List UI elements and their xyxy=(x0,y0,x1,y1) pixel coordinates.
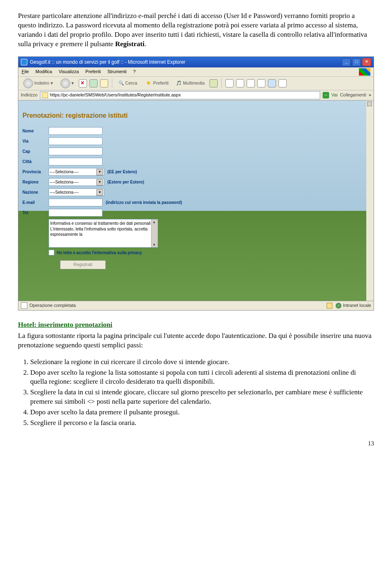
edit-icon[interactable] xyxy=(247,79,255,87)
maximize-button[interactable]: □ xyxy=(352,58,361,66)
menu-help[interactable]: ? xyxy=(133,69,136,75)
chevron-down-icon: ▾ xyxy=(96,189,103,196)
menu-modifica[interactable]: Modifica xyxy=(36,69,52,75)
step-item: Dopo aver scelto la data premere il puls… xyxy=(30,408,374,417)
p1-c: . xyxy=(145,40,146,48)
bluetooth-icon[interactable] xyxy=(268,79,276,87)
p1-b: Registrati xyxy=(115,40,145,48)
label-nome: Nome xyxy=(22,128,49,134)
window-titlebar: Gesgolf.it :: un mondo di servizi per il… xyxy=(18,57,374,67)
privacy-checkbox[interactable] xyxy=(49,250,54,255)
step-item: Selezionare la regione in cui ricercare … xyxy=(30,358,374,367)
stop-icon[interactable] xyxy=(79,79,87,87)
go-icon[interactable]: → xyxy=(323,92,329,98)
close-button[interactable]: × xyxy=(362,58,371,66)
history-icon[interactable] xyxy=(209,79,218,87)
label-citta: Città xyxy=(22,159,49,165)
page-number: 13 xyxy=(18,439,374,447)
status-text: Operazione completata xyxy=(29,302,76,309)
label-email: E-mail xyxy=(22,200,49,206)
menu-file[interactable]: File xyxy=(22,69,29,75)
select-provincia[interactable]: ----Seleziona----▾ xyxy=(49,168,104,176)
hint-email: (indirizzo cui verrà inviata la password… xyxy=(106,200,182,206)
back-button[interactable]: Indietro ▾ xyxy=(21,78,56,89)
privacy-info-textarea[interactable]: Informativa e consenso al trattamento de… xyxy=(49,219,158,248)
lock-icon xyxy=(42,92,48,98)
minimize-button[interactable]: _ xyxy=(342,58,351,66)
scrollbar[interactable] xyxy=(151,219,158,247)
input-tel[interactable] xyxy=(49,209,102,217)
steps-list: Selezionare la regione in cui ricercare … xyxy=(18,358,374,428)
section-title: Hotel: inserimento prenotazioni xyxy=(18,320,374,330)
chevron-down-icon: ▾ xyxy=(96,179,103,186)
address-bar: Indirizzo https://pc-daniele/SMSWeb/User… xyxy=(18,90,374,101)
p1-a: Prestare particolare attenzione all'indi… xyxy=(18,12,367,48)
address-label: Indirizzo xyxy=(21,92,38,98)
menu-bar: File Modifica Visualizza Preferiti Strum… xyxy=(18,67,374,77)
page-viewport: Prenotazioni: registrazione istituti Nom… xyxy=(18,101,374,301)
label-provincia: Provincia xyxy=(22,169,49,175)
url-input[interactable]: https://pc-daniele/SMSWeb/Users/Institut… xyxy=(40,91,320,99)
links-chevron-icon[interactable]: » xyxy=(369,92,371,98)
select-nazione[interactable]: ----Seleziona----▾ xyxy=(49,188,104,196)
chevron-down-icon: ▾ xyxy=(96,169,103,175)
input-nome[interactable] xyxy=(49,127,102,135)
separator xyxy=(112,78,112,88)
favorites-button[interactable]: ★Preferiti xyxy=(142,79,171,88)
forward-button[interactable]: ▾ xyxy=(58,78,76,89)
multimedia-button[interactable]: 🎵 Multimedia xyxy=(174,79,207,87)
status-bar: Operazione completata Intranet locale xyxy=(18,301,374,310)
home-icon[interactable] xyxy=(100,79,108,87)
page-icon xyxy=(21,302,27,309)
separator xyxy=(221,78,222,88)
menu-visualizza[interactable]: Visualizza xyxy=(59,69,79,75)
go-label: Vai xyxy=(332,92,338,98)
toolbar: Indietro ▾ ▾ 🔍 Cerca ★Preferiti 🎵 Multim… xyxy=(18,77,374,90)
messenger-icon[interactable] xyxy=(278,79,287,87)
mail-icon[interactable] xyxy=(225,79,234,87)
menu-preferiti[interactable]: Preferiti xyxy=(85,69,101,75)
input-email[interactable] xyxy=(49,199,102,206)
form-title: Prenotazioni: registrazione istituti xyxy=(22,111,350,120)
hint-provincia: (EE per Estero) xyxy=(107,169,137,175)
window-title: Gesgolf.it :: un mondo di servizi per il… xyxy=(30,59,342,65)
input-citta[interactable] xyxy=(49,158,102,165)
privacy-checkbox-label: Ho letto e accetto l'informativa sulla p… xyxy=(57,250,142,256)
window-buttons: _ □ × xyxy=(342,58,371,66)
label-via: Via xyxy=(22,139,49,144)
zone-label: Intranet locale xyxy=(343,302,371,309)
screenshot: Gesgolf.it :: un mondo di servizi per il… xyxy=(18,56,374,311)
links-label: Collegamenti xyxy=(340,92,366,98)
section-intro: La figura sottostante riporta la pagina … xyxy=(18,331,374,350)
zone-icon xyxy=(336,303,341,309)
select-regione[interactable]: ----Seleziona----▾ xyxy=(49,178,104,186)
ie-icon xyxy=(21,59,27,65)
label-nazione: Nazione xyxy=(22,190,49,195)
input-via[interactable] xyxy=(49,137,102,145)
label-regione: Regione xyxy=(22,179,49,185)
step-item: Dopo aver scelto la regione la lista sot… xyxy=(30,368,374,387)
label-cap: Cap xyxy=(22,149,49,154)
intro-paragraph: Prestare particolare attenzione all'indi… xyxy=(18,11,374,49)
step-item: Scegliere la data in cui si intende gioc… xyxy=(30,388,374,407)
windows-flag-icon xyxy=(359,68,370,76)
register-button[interactable]: Registrati xyxy=(60,260,106,269)
input-cap[interactable] xyxy=(49,148,102,155)
refresh-icon[interactable] xyxy=(89,79,98,87)
discuss-icon[interactable] xyxy=(257,79,265,87)
menu-strumenti[interactable]: Strumenti xyxy=(107,69,127,75)
lock-icon xyxy=(327,303,332,309)
hint-regione: (Estero per Estero) xyxy=(107,179,144,185)
label-tel: Tel. xyxy=(22,210,49,216)
search-button[interactable]: 🔍 Cerca xyxy=(116,79,140,87)
print-icon[interactable] xyxy=(236,79,244,87)
step-item: Scegliere il percorso e la fascia oraria… xyxy=(30,418,374,428)
